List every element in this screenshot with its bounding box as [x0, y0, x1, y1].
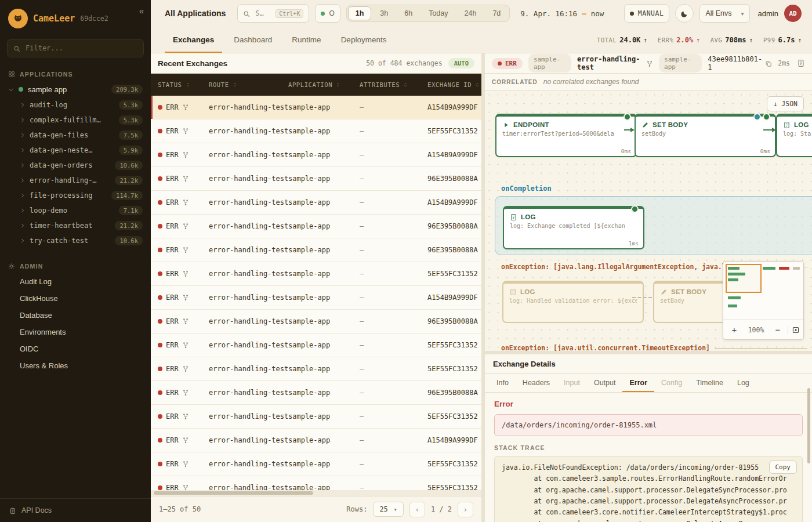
zoom-in-button[interactable]: +: [727, 322, 742, 338]
table-row[interactable]: ERRerror-handling-testsample-app—96E395B…: [151, 238, 481, 262]
table-row[interactable]: ERRerror-handling-testsample-app—96E395B…: [151, 215, 481, 238]
table-row[interactable]: ERRerror-handling-testsample-app—5EF55FC…: [151, 334, 481, 357]
status-text: ERR: [166, 127, 179, 135]
global-search[interactable]: Ctrl+K: [237, 4, 309, 23]
node-subtitle: setBody: [641, 130, 769, 137]
details-tab-info[interactable]: Info: [490, 374, 516, 392]
table-row[interactable]: ERRerror-handling-testsample-app—5EF55FC…: [151, 476, 481, 490]
sidebar-item-api-docs[interactable]: API Docs: [0, 498, 151, 522]
auto-refresh-badge[interactable]: AUTO: [448, 58, 474, 68]
table-row[interactable]: ERRerror-handling-testsample-app—5EF55FC…: [151, 405, 481, 429]
table-row[interactable]: ERRerror-handling-testsample-app—5EF55FC…: [151, 262, 481, 286]
flow-node-endpoint[interactable]: ENDPOINT timer:errorTest?period=5000&del…: [495, 114, 637, 157]
table-row[interactable]: ERRerror-handling-testsample-app—5EF55FC…: [151, 119, 481, 143]
filter-input[interactable]: [24, 44, 137, 53]
next-page-button[interactable]: ›: [458, 502, 473, 517]
sidebar-item-environments[interactable]: Environments: [0, 324, 151, 340]
tab-deployments[interactable]: Deployments: [333, 27, 395, 53]
sidebar-item-clickhouse[interactable]: ClickHouse: [0, 290, 151, 307]
minimap-canvas[interactable]: [723, 262, 803, 320]
flow-node-set-body[interactable]: SET BODY setBody 0ms: [635, 114, 776, 157]
sidebar-route-error-handling-[interactable]: error-handling-…21.2k: [0, 173, 151, 188]
table-row[interactable]: ERRerror-handling-testsample-app—96E395B…: [151, 167, 481, 191]
tab-dashboard[interactable]: Dashboard: [226, 27, 280, 53]
route-name[interactable]: error-handling-test: [577, 55, 653, 71]
download-json-button[interactable]: ↓ JSON: [767, 96, 804, 111]
status-text: ERR: [166, 175, 179, 183]
sidebar-route-complex-fulfillm[interactable]: complex-fulfillm…5.3k: [0, 113, 151, 128]
sidebar-route-audit-log[interactable]: audit-log5.3k: [0, 97, 151, 113]
vertical-scrollbar-thumb[interactable]: [807, 388, 810, 463]
details-tab-output[interactable]: Output: [587, 374, 623, 392]
scrollbar-thumb[interactable]: [154, 491, 313, 495]
time-range-3h[interactable]: 3h: [372, 6, 396, 20]
cell-application: sample-app: [288, 412, 360, 420]
details-tab-timeline[interactable]: Timeline: [689, 374, 730, 392]
sidebar-item-audit-log[interactable]: Audit Log: [0, 273, 151, 290]
dark-mode-toggle[interactable]: [675, 4, 694, 23]
zoom-fit-button[interactable]: [788, 325, 800, 335]
stat-label: AVG: [710, 37, 722, 44]
table-row[interactable]: ERRerror-handling-testsample-app—A154B9A…: [151, 191, 481, 215]
table-row[interactable]: ERRerror-handling-testsample-app—5EF55FC…: [151, 452, 481, 476]
column-header-status[interactable]: STATUS: [158, 81, 209, 88]
time-range-6h[interactable]: 6h: [397, 6, 420, 20]
column-header-attributes[interactable]: ATTRIBUTES: [360, 81, 427, 88]
search-input[interactable]: [254, 9, 271, 18]
tab-exchanges[interactable]: Exchanges: [165, 27, 222, 53]
time-to[interactable]: now: [591, 9, 604, 18]
flow-node-log[interactable]: LOG log: Sta: [776, 114, 812, 157]
time-range-1h[interactable]: 1h: [348, 6, 372, 20]
column-header-route[interactable]: ROUTE: [209, 81, 288, 88]
exchange-id[interactable]: 43ee9811b801-1: [708, 55, 772, 71]
sidebar-app-sample-app[interactable]: sample app 209.3k: [0, 81, 151, 97]
horizontal-scrollbar[interactable]: [151, 490, 481, 496]
zoom-out-button[interactable]: −: [770, 322, 785, 338]
sidebar-route-file-processing[interactable]: file-processing114.7k: [0, 188, 151, 203]
copy-button[interactable]: Copy: [769, 461, 798, 474]
copy-icon[interactable]: [765, 59, 772, 67]
time-range-today[interactable]: Today: [421, 6, 455, 20]
time-window[interactable]: 9. Apr. 16:16 — now: [520, 9, 604, 18]
sidebar-item-database[interactable]: Database: [0, 307, 151, 324]
tab-runtime[interactable]: Runtime: [284, 27, 329, 53]
document-icon[interactable]: [797, 59, 805, 68]
details-tab-log[interactable]: Log: [730, 374, 756, 392]
time-from[interactable]: 9. Apr. 16:16: [520, 9, 577, 18]
table-row[interactable]: ERRerror-handling-testsample-app—A154B9A…: [151, 286, 481, 310]
table-row[interactable]: ERRerror-handling-testsample-app—A154B9A…: [151, 143, 481, 167]
flow-node-exception-log[interactable]: LOG log: Handled validation error: ${exc…: [502, 281, 644, 323]
column-header-application[interactable]: APPLICATION: [288, 81, 360, 88]
column-header-exchange-id[interactable]: EXCHANGE ID: [427, 81, 481, 88]
sidebar-route-data-gen-neste[interactable]: data-gen-neste…5.9k: [0, 143, 151, 158]
table-row[interactable]: ERRerror-handling-testsample-app—96E395B…: [151, 310, 481, 334]
table-row[interactable]: ERRerror-handling-testsample-app—A154B9A…: [151, 96, 481, 119]
sidebar-route-try-catch-test[interactable]: try-catch-test10.6k: [0, 233, 151, 248]
chevron-down-icon: [8, 85, 14, 94]
prev-page-button[interactable]: ‹: [409, 502, 425, 517]
sidebar-filter[interactable]: [7, 39, 144, 57]
rows-per-page-select[interactable]: 25 ▾: [373, 502, 403, 517]
environment-select[interactable]: All Envs ▾: [699, 4, 749, 23]
sidebar-route-data-gen-orders[interactable]: data-gen-orders10.6k: [0, 158, 151, 173]
sidebar-route-data-gen-files[interactable]: data-gen-files7.5k: [0, 128, 151, 143]
table-row[interactable]: ERRerror-handling-testsample-app—A154B9A…: [151, 429, 481, 452]
status-text: ERR: [166, 151, 179, 159]
pencil-icon: [660, 288, 668, 296]
time-range-24h[interactable]: 24h: [457, 6, 484, 20]
sidebar-collapse-button[interactable]: «: [139, 6, 144, 16]
details-tab-error[interactable]: Error: [622, 374, 654, 392]
refresh-mode-button[interactable]: MANUAL: [624, 4, 670, 23]
sidebar-route-timer-heartbeat[interactable]: timer-heartbeat21.2k: [0, 218, 151, 233]
live-toggle[interactable]: O: [315, 4, 340, 23]
sidebar-route-loop-demo[interactable]: loop-demo7.1k: [0, 203, 151, 218]
flow-node-completion-log[interactable]: LOG log: Exchange completed [${exchan 1m…: [503, 206, 644, 249]
flow-canvas[interactable]: ↓ JSON ENDPOINT timer:errorTest?period=5…: [485, 90, 812, 351]
table-row[interactable]: ERRerror-handling-testsample-app—96E395B…: [151, 381, 481, 405]
time-range-7d[interactable]: 7d: [485, 6, 508, 20]
table-row[interactable]: ERRerror-handling-testsample-app—5EF55FC…: [151, 357, 481, 381]
avatar[interactable]: AD: [784, 5, 802, 22]
details-tab-headers[interactable]: Headers: [516, 374, 557, 392]
sidebar-item-users-roles[interactable]: Users & Roles: [0, 357, 151, 374]
sidebar-item-oidc[interactable]: OIDC: [0, 340, 151, 357]
